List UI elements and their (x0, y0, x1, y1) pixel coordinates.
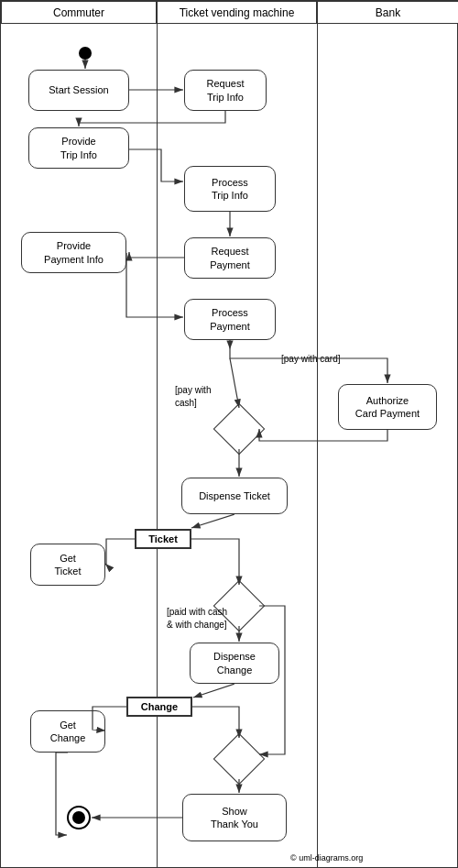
swimlane-bank: Bank (317, 1, 458, 24)
authorize-card-payment: AuthorizeCard Payment (338, 384, 437, 430)
label-pay-with-cash: [pay withcash] (175, 384, 211, 410)
swimlane-commuter: Commuter (1, 1, 157, 24)
dispense-change: DispenseChange (190, 643, 279, 684)
decision-diamond-3 (219, 739, 259, 779)
swimlane-tvm: Ticket vending machine (157, 1, 317, 24)
dispense-ticket: Dispense Ticket (181, 478, 288, 514)
get-ticket: GetTicket (30, 544, 105, 586)
label-pay-with-card: [pay with card] (281, 354, 340, 364)
change-label: Change (126, 697, 192, 717)
show-thank-you: ShowThank You (182, 794, 287, 841)
svg-line-5 (230, 358, 239, 408)
divider-2 (317, 24, 318, 867)
request-payment: RequestPayment (184, 237, 276, 279)
request-trip-info: RequestTrip Info (184, 70, 267, 111)
divider-1 (157, 24, 158, 867)
provide-trip-info: ProvideTrip Info (28, 127, 129, 169)
process-payment: ProcessPayment (184, 299, 276, 340)
get-change: GetChange (30, 710, 105, 753)
initial-node (79, 47, 92, 60)
final-node (67, 806, 91, 830)
svg-line-7 (191, 514, 234, 528)
provide-payment-info: ProvidePayment Info (21, 232, 126, 273)
decision-diamond-1 (219, 409, 259, 449)
ticket-label: Ticket (135, 529, 191, 549)
label-paid-with-cash-change: [paid with cash& with change] (167, 606, 227, 632)
svg-line-9 (193, 684, 234, 698)
uml-diagram: Commuter Ticket vending machine Bank Sta… (0, 0, 458, 868)
start-session: Start Session (28, 70, 129, 111)
copyright: © uml-diagrams.org (290, 853, 363, 863)
process-trip-info: ProcessTrip Info (184, 166, 276, 212)
